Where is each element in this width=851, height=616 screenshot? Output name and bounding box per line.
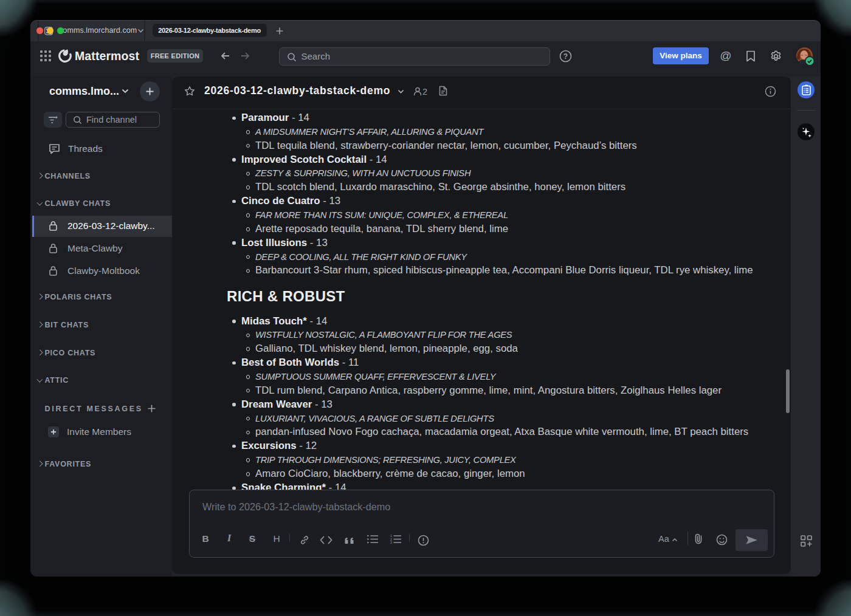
svg-text:3: 3 xyxy=(390,541,392,544)
svg-text:?: ? xyxy=(563,52,568,61)
